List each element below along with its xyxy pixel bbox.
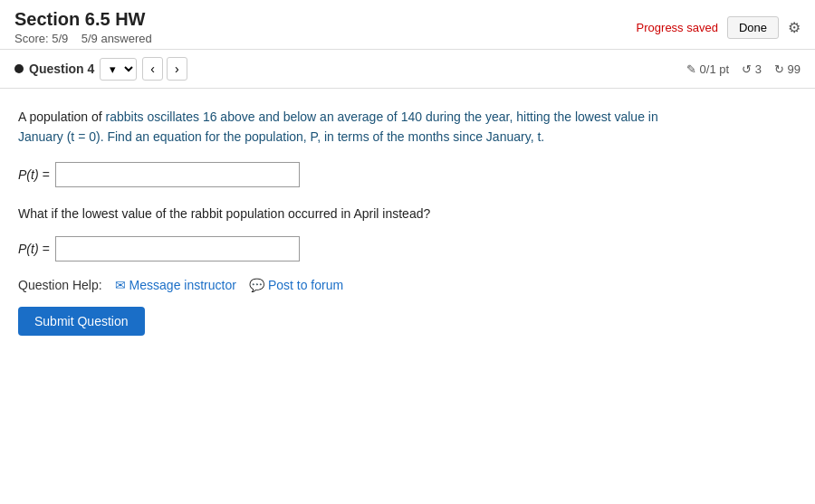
highlight-rabbits: rabbits oscillates 16 above and below an… <box>18 109 658 144</box>
forum-icon: 💬 <box>249 278 264 292</box>
edit-icon: ✎ <box>686 62 696 76</box>
retry-item: ↺ 3 <box>742 62 762 76</box>
second-question-text: What if the lowest value of the rabbit p… <box>18 204 670 223</box>
pt-label-1: P(t) = <box>18 167 50 182</box>
question-label: Question 4 <box>29 62 94 76</box>
pt-input-2[interactable] <box>55 236 300 262</box>
pt-input-1[interactable] <box>55 162 300 187</box>
score-info: Score: 5/9 5/9 answered <box>14 32 152 45</box>
question-nav-right: ✎ 0/1 pt ↺ 3 ↻ 99 <box>686 62 801 76</box>
mail-icon: ✉ <box>115 278 126 292</box>
post-to-forum-label: Post to forum <box>268 278 343 292</box>
message-instructor-label: Message instructor <box>129 278 236 292</box>
submit-question-button[interactable]: Submit Question <box>18 307 145 336</box>
percent-item: ↻ 99 <box>774 62 801 76</box>
answered-label: 5/9 answered <box>82 32 152 45</box>
header-right: Progress saved Done ⚙ <box>637 16 801 39</box>
next-question-button[interactable]: › <box>167 57 187 81</box>
score-display: 0/1 pt <box>700 62 730 76</box>
page-title: Section 6.5 HW <box>14 9 152 30</box>
retry-label: ↺ 3 <box>742 62 762 76</box>
question-dropdown[interactable]: ▾ <box>100 58 137 81</box>
main-content: A population of rabbits oscillates 16 ab… <box>0 89 815 354</box>
question-help-row: Question Help: ✉ Message instructor 💬 Po… <box>18 278 797 292</box>
equation-row-1: P(t) = <box>18 162 797 187</box>
header: Section 6.5 HW Score: 5/9 5/9 answered P… <box>0 0 815 50</box>
done-button[interactable]: Done <box>727 16 779 39</box>
nav-arrows: ‹ › <box>142 57 187 81</box>
score-label: Score: 5/9 <box>14 32 68 45</box>
question-nav-left: Question 4 ▾ ‹ › <box>14 57 187 81</box>
question-dot <box>14 64 24 73</box>
progress-saved-label: Progress saved <box>637 21 718 34</box>
gear-icon-button[interactable]: ⚙ <box>788 19 801 36</box>
header-left: Section 6.5 HW Score: 5/9 5/9 answered <box>14 9 152 45</box>
question-nav-bar: Question 4 ▾ ‹ › ✎ 0/1 pt ↺ 3 ↻ 99 <box>0 50 815 89</box>
message-instructor-link[interactable]: ✉ Message instructor <box>115 278 236 292</box>
pt-label-2: P(t) = <box>18 242 50 256</box>
post-to-forum-link[interactable]: 💬 Post to forum <box>249 278 343 292</box>
problem-text: A population of rabbits oscillates 16 ab… <box>18 107 670 147</box>
prev-question-button[interactable]: ‹ <box>142 57 163 81</box>
question-help-label: Question Help: <box>18 278 102 292</box>
equation-row-2: P(t) = <box>18 236 797 262</box>
gear-icon: ⚙ <box>788 20 801 35</box>
score-item: ✎ 0/1 pt <box>686 62 730 76</box>
percent-label: ↻ 99 <box>774 62 801 76</box>
